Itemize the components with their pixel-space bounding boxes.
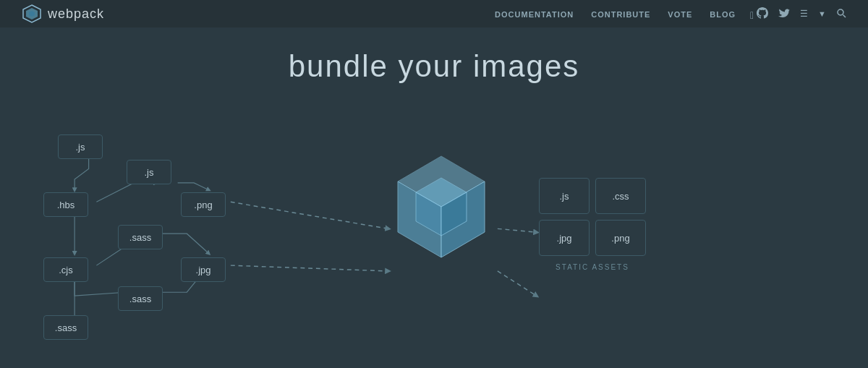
input-png: .png bbox=[181, 192, 226, 217]
input-js-top: .js bbox=[58, 134, 103, 159]
output-png: .png bbox=[595, 220, 646, 256]
nav-link-vote[interactable]: VOTE bbox=[668, 10, 692, 19]
svg-line-5 bbox=[231, 202, 388, 228]
input-jpg: .jpg bbox=[181, 257, 226, 282]
output-css: .css bbox=[595, 178, 646, 214]
nav-links: DOCUMENTATION CONTRIBUTE VOTE BLOG bbox=[495, 7, 736, 20]
nav-item-documentation[interactable]: DOCUMENTATION bbox=[495, 7, 574, 20]
user-menu-icon[interactable]: ▼ bbox=[818, 9, 826, 18]
github-icon[interactable]:  bbox=[750, 7, 768, 21]
input-sass-mid: .sass bbox=[118, 225, 163, 249]
nav-link-contribute[interactable]: CONTRIBUTE bbox=[591, 10, 650, 19]
page-title: bundle your images bbox=[0, 49, 868, 84]
navbar: webpack DOCUMENTATION CONTRIBUTE VOTE BL… bbox=[0, 0, 868, 27]
svg-line-8 bbox=[498, 271, 537, 296]
logo-area[interactable]: webpack bbox=[22, 4, 104, 24]
svg-point-3 bbox=[838, 9, 843, 15]
svg-line-6 bbox=[231, 265, 388, 271]
logo-text: webpack bbox=[48, 7, 104, 22]
twitter-icon[interactable] bbox=[778, 7, 790, 21]
nav-link-blog[interactable]: BLOG bbox=[710, 10, 736, 19]
cube-svg bbox=[383, 149, 499, 265]
nav-icons:  ☰ ▼ bbox=[750, 7, 846, 21]
search-icon[interactable] bbox=[836, 8, 846, 20]
svg-line-4 bbox=[843, 14, 846, 17]
output-jpg: .jpg bbox=[539, 220, 590, 256]
nav-item-contribute[interactable]: CONTRIBUTE bbox=[591, 7, 650, 20]
output-section: .js .css .jpg .png STATIC ASSETS bbox=[539, 178, 646, 271]
nav-item-blog[interactable]: BLOG bbox=[710, 7, 736, 20]
static-assets-label: STATIC ASSETS bbox=[539, 263, 646, 271]
nav-item-vote[interactable]: VOTE bbox=[668, 7, 692, 20]
input-js-right: .js bbox=[127, 160, 171, 184]
input-sass-lower: .sass bbox=[118, 286, 163, 311]
output-grid: .js .css .jpg .png bbox=[539, 178, 646, 256]
webpack-logo-icon bbox=[22, 4, 42, 24]
stack-overflow-icon[interactable]: ☰ bbox=[800, 9, 808, 19]
nav-link-documentation[interactable]: DOCUMENTATION bbox=[495, 10, 574, 19]
svg-line-7 bbox=[498, 228, 537, 232]
diagram-container: .js .hbs .cjs .sass .js .png .sass .jpg … bbox=[0, 91, 868, 368]
webpack-cube bbox=[383, 149, 499, 265]
input-cjs: .cjs bbox=[43, 257, 88, 282]
input-hbs: .hbs bbox=[43, 192, 88, 217]
input-sass-bottom: .sass bbox=[43, 315, 88, 340]
output-js: .js bbox=[539, 178, 590, 214]
